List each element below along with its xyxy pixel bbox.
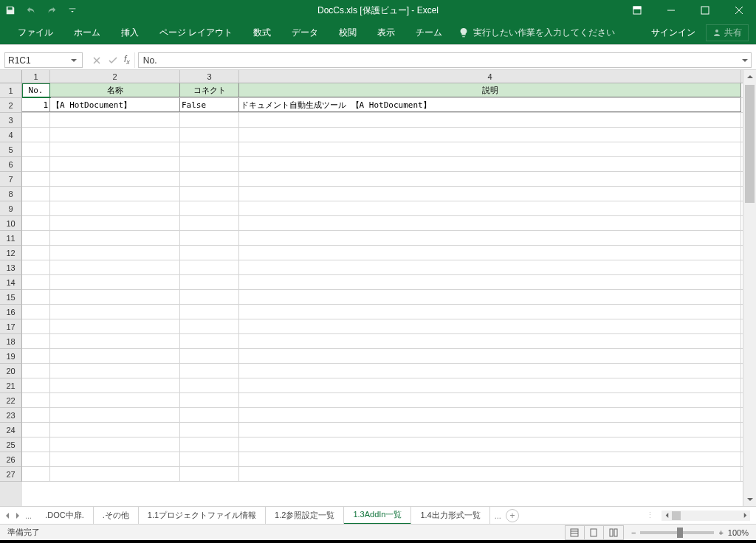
cell[interactable]: [50, 187, 180, 201]
row-header[interactable]: 21: [0, 378, 22, 393]
redo-icon[interactable]: [41, 0, 62, 21]
cell[interactable]: [50, 113, 180, 127]
cell[interactable]: [239, 423, 741, 437]
cell[interactable]: [180, 364, 239, 378]
view-normal-icon[interactable]: [566, 526, 585, 539]
cell[interactable]: [22, 246, 50, 260]
tab-trailing-ellipsis[interactable]: ...: [490, 511, 506, 520]
cell[interactable]: [180, 201, 239, 215]
col-header[interactable]: 4: [239, 70, 741, 83]
cell[interactable]: [22, 157, 50, 171]
cell[interactable]: [50, 157, 180, 171]
sheet-tab[interactable]: 1.4出力形式一覧: [411, 507, 489, 525]
accept-icon[interactable]: [105, 56, 121, 65]
zoom-slider[interactable]: [640, 531, 714, 534]
cell[interactable]: [180, 467, 239, 481]
cell[interactable]: [22, 452, 50, 466]
cell[interactable]: [239, 260, 741, 274]
cell[interactable]: [239, 437, 741, 452]
cell[interactable]: [22, 113, 50, 127]
col-header[interactable]: 3: [180, 70, 239, 83]
cell[interactable]: False: [180, 98, 239, 112]
cell[interactable]: [180, 113, 239, 127]
row-header[interactable]: 23: [0, 408, 22, 423]
cell[interactable]: [50, 364, 180, 378]
cell[interactable]: [180, 437, 239, 452]
cell[interactable]: [22, 437, 50, 452]
select-all-corner[interactable]: [0, 70, 22, 83]
row-header[interactable]: 27: [0, 467, 22, 482]
row-header[interactable]: 5: [0, 142, 22, 157]
cell[interactable]: [239, 349, 741, 363]
cell[interactable]: [239, 246, 741, 260]
sheet-tab[interactable]: 1.1プロジェクトファイル情報: [139, 507, 266, 525]
cell[interactable]: [180, 231, 239, 245]
save-icon[interactable]: [0, 0, 21, 21]
row-header[interactable]: 8: [0, 187, 22, 201]
tell-me-search[interactable]: 実行したい作業を入力してください: [458, 27, 615, 39]
cell[interactable]: [180, 319, 239, 333]
cell[interactable]: [180, 423, 239, 437]
cell[interactable]: [50, 423, 180, 437]
cell[interactable]: [22, 187, 50, 201]
zoom-level[interactable]: 100%: [728, 528, 749, 537]
close-icon[interactable]: [722, 0, 756, 21]
cell[interactable]: [239, 142, 741, 156]
row-header[interactable]: 17: [0, 319, 22, 334]
cancel-icon[interactable]: [89, 56, 105, 65]
add-sheet-button[interactable]: +: [506, 509, 519, 522]
maximize-icon[interactable]: [688, 0, 722, 21]
zoom-out-button[interactable]: −: [631, 528, 636, 537]
minimize-icon[interactable]: [654, 0, 688, 21]
row-header[interactable]: 14: [0, 275, 22, 290]
row-header[interactable]: 16: [0, 305, 22, 319]
cell[interactable]: [239, 275, 741, 289]
cell[interactable]: 名称: [50, 83, 180, 97]
row-header[interactable]: 1: [0, 83, 22, 98]
tab-team[interactable]: チーム: [405, 21, 453, 44]
cell[interactable]: [239, 201, 741, 215]
tab-home[interactable]: ホーム: [63, 21, 111, 44]
cell[interactable]: [50, 408, 180, 422]
sheet-tab[interactable]: 1.3AddIn一覧: [344, 507, 411, 525]
cell[interactable]: [22, 142, 50, 156]
scroll-left-icon[interactable]: [662, 511, 672, 521]
cell[interactable]: [22, 216, 50, 230]
cell[interactable]: [180, 275, 239, 289]
row-header[interactable]: 25: [0, 437, 22, 452]
cell[interactable]: [22, 290, 50, 304]
cell[interactable]: [50, 231, 180, 245]
tab-file[interactable]: ファイル: [7, 21, 63, 44]
cell[interactable]: [180, 128, 239, 142]
tab-nav-prev-icon[interactable]: [4, 511, 10, 520]
view-pagelayout-icon[interactable]: [585, 526, 604, 539]
tab-data[interactable]: データ: [281, 21, 329, 44]
cell[interactable]: [22, 408, 50, 422]
cell[interactable]: [22, 334, 50, 348]
cell[interactable]: [180, 216, 239, 230]
cell[interactable]: [22, 364, 50, 378]
cell[interactable]: [239, 290, 741, 304]
cell[interactable]: [239, 216, 741, 230]
cell[interactable]: [239, 113, 741, 127]
expand-formula-icon[interactable]: [742, 55, 748, 66]
row-header[interactable]: 6: [0, 157, 22, 172]
tab-view[interactable]: 表示: [367, 21, 405, 44]
cell[interactable]: [50, 142, 180, 156]
cell[interactable]: [180, 349, 239, 363]
sheet-tab[interactable]: .その他: [94, 507, 139, 525]
cell[interactable]: [50, 393, 180, 407]
signin-link[interactable]: サインイン: [651, 27, 695, 39]
cell[interactable]: [180, 393, 239, 407]
cell[interactable]: [239, 408, 741, 422]
row-header[interactable]: 19: [0, 349, 22, 364]
tab-insert[interactable]: 挿入: [111, 21, 149, 44]
row-header[interactable]: 26: [0, 452, 22, 467]
cell[interactable]: [180, 157, 239, 171]
cell[interactable]: [239, 378, 741, 392]
cell[interactable]: [239, 305, 741, 319]
row-header[interactable]: 9: [0, 201, 22, 216]
cell[interactable]: [50, 334, 180, 348]
col-header[interactable]: 2: [50, 70, 180, 83]
cell[interactable]: 【A HotDocument】: [50, 98, 180, 112]
